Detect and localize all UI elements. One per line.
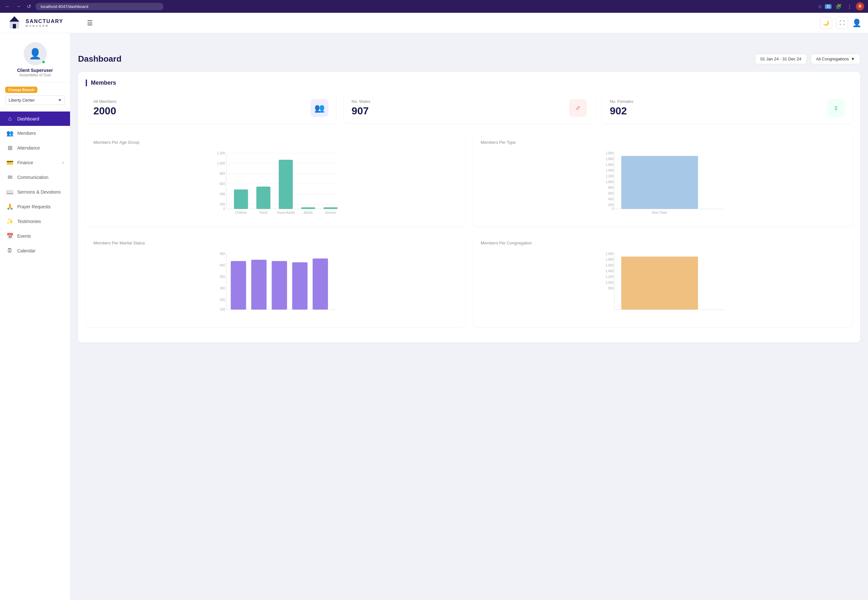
new-timer-bar (622, 156, 698, 209)
marital-bar-5 (313, 259, 328, 309)
page-title: Dashboard (78, 54, 122, 64)
svg-text:1,000: 1,000 (605, 281, 613, 284)
all-members-icon: 👥 (310, 99, 328, 117)
congregation-bar (622, 256, 698, 309)
svg-text:300: 300 (220, 286, 225, 290)
age-group-svg: 1,200 1,000 800 600 400 200 0 (93, 150, 458, 214)
congregation-chart: Members Per Congregation 2,000 1,800 1,6… (473, 234, 853, 327)
svg-text:1,800: 1,800 (605, 157, 613, 161)
sidebar-item-dashboard[interactable]: ⌂ Dashboard (0, 112, 70, 126)
svg-text:350: 350 (220, 275, 225, 279)
stats-row: All Members 2000 👥 No. Males 907 ♂ (86, 92, 853, 123)
profile-button[interactable]: 👤 (852, 18, 862, 27)
prayer-nav-label: Prayer Requests (17, 204, 50, 209)
events-nav-icon: 📅 (6, 233, 14, 239)
females-value: 902 (610, 105, 634, 117)
svg-text:400: 400 (608, 197, 614, 201)
children-bar (234, 189, 248, 209)
communication-nav-label: Communication (17, 175, 48, 180)
males-label: No. Males (351, 99, 370, 104)
svg-text:1,200: 1,200 (605, 174, 613, 178)
fullscreen-button[interactable]: ⛶ (836, 17, 848, 29)
svg-text:Adults: Adults (304, 211, 313, 214)
sidebar-item-finance[interactable]: 💳 Finance › (0, 155, 70, 170)
svg-text:New Timer: New Timer (652, 211, 667, 214)
charts-row-1: Members Per Age Group 1,200 1,000 800 60… (86, 133, 853, 227)
females-stat: No. Females 902 ♀ (602, 92, 853, 123)
marital-svg: 450 400 350 300 250 150 (93, 250, 458, 314)
sidebar: 👤 Client Superuser Assembles of God Chan… (0, 33, 70, 600)
congregation-svg: 2,000 1,800 1,600 1,400 1,200 1,000 800 (481, 250, 845, 314)
marital-chart: Members Per Marital Status 450 400 350 3… (86, 234, 465, 327)
testimonies-nav-label: Testimonies (17, 219, 41, 224)
svg-text:250: 250 (220, 298, 225, 302)
back-button[interactable]: ← (4, 2, 12, 11)
svg-text:2,000: 2,000 (605, 152, 613, 155)
members-group-icon: 👥 (315, 103, 325, 113)
females-label: No. Females (610, 99, 634, 104)
communication-nav-icon: ✉ (6, 174, 14, 181)
congregation-select-button[interactable]: All Congregations ▼ (811, 54, 860, 64)
per-type-chart: Members Per Type 2,000 1,800 1,600 1,400… (473, 133, 853, 227)
seniors-bar (324, 208, 338, 209)
extensions-button[interactable]: 🧩 (834, 2, 843, 11)
svg-text:200: 200 (608, 203, 614, 207)
marital-chart-title: Members Per Marital Status (93, 241, 458, 245)
sermons-nav-icon: 📖 (6, 188, 14, 195)
svg-text:Children: Children (235, 211, 247, 214)
sidebar-item-events[interactable]: 📅 Events (0, 229, 70, 244)
adults-bar (301, 208, 315, 209)
svg-text:800: 800 (608, 186, 614, 189)
svg-text:1,000: 1,000 (605, 180, 613, 184)
hamburger-button[interactable]: ☰ (85, 17, 95, 29)
congregation-label: All Congregations (816, 56, 849, 61)
forward-button[interactable]: → (15, 2, 23, 11)
browser-chrome: ← → ↺ localhost:4047/dashboard ☆ 31 🧩 ⋮ … (0, 0, 868, 13)
svg-text:600: 600 (220, 182, 225, 186)
testimonies-nav-icon: ✨ (6, 218, 14, 225)
logo-area: SANCTUARY MANAGER (6, 15, 77, 31)
marital-bar-2 (251, 260, 267, 309)
svg-rect-2 (10, 21, 19, 29)
svg-text:1,000: 1,000 (217, 162, 225, 165)
top-header: SANCTUARY MANAGER ☰ 🌙 ⛶ 👤 (0, 13, 868, 33)
change-branch-button[interactable]: Change Branch (5, 86, 37, 93)
svg-text:1,600: 1,600 (605, 264, 613, 267)
extension-badge: 31 (825, 4, 832, 9)
chevron-down-icon: ▼ (851, 56, 855, 61)
avatar-container: 👤 (24, 42, 47, 65)
sidebar-item-calendar[interactable]: 🗓 Calendar (0, 244, 70, 258)
finance-nav-icon: 💳 (6, 159, 14, 166)
svg-text:Seniors: Seniors (325, 211, 336, 214)
reload-button[interactable]: ↺ (26, 2, 32, 11)
sidebar-item-prayer[interactable]: 🙏 Prayer Requests (0, 199, 70, 214)
sidebar-item-attendance[interactable]: ⊞ Attendance (0, 141, 70, 155)
logo-icon (6, 15, 23, 31)
sidebar-item-sermons[interactable]: 📖 Sermons & Devotions (0, 185, 70, 199)
female-icon: ♀ (833, 103, 839, 113)
congregation-chart-title: Members Per Congregation (481, 241, 845, 245)
svg-text:600: 600 (608, 192, 614, 195)
svg-text:1,400: 1,400 (605, 269, 613, 273)
age-group-chart: Members Per Age Group 1,200 1,000 800 60… (86, 133, 465, 227)
menu-button[interactable]: ⋮ (845, 2, 853, 11)
sidebar-item-members[interactable]: 👥 Members (0, 126, 70, 141)
svg-text:400: 400 (220, 192, 225, 196)
main-content: Dashboard 01 Jan 24 - 31 Dec 24 All Cong… (70, 46, 868, 600)
branch-section: Change Branch Liberty Center (0, 83, 70, 109)
online-indicator (42, 60, 46, 64)
males-value: 907 (351, 105, 370, 117)
svg-text:800: 800 (220, 172, 225, 176)
browser-profile[interactable]: R (856, 2, 864, 11)
logo-sub: MANAGER (26, 24, 63, 27)
branch-select[interactable]: Liberty Center (5, 95, 65, 105)
dashboard-nav-icon: ⌂ (6, 115, 14, 122)
url-bar[interactable]: localhost:4047/dashboard (35, 3, 163, 10)
dark-mode-button[interactable]: 🌙 (820, 17, 832, 29)
svg-text:1,400: 1,400 (605, 169, 613, 172)
sidebar-item-communication[interactable]: ✉ Communication (0, 170, 70, 185)
sidebar-item-testimonies[interactable]: ✨ Testimonies (0, 214, 70, 229)
user-role: Assembles of God (19, 73, 50, 77)
date-range-button[interactable]: 01 Jan 24 - 31 Dec 24 (755, 54, 807, 64)
svg-text:2,000: 2,000 (605, 252, 613, 256)
